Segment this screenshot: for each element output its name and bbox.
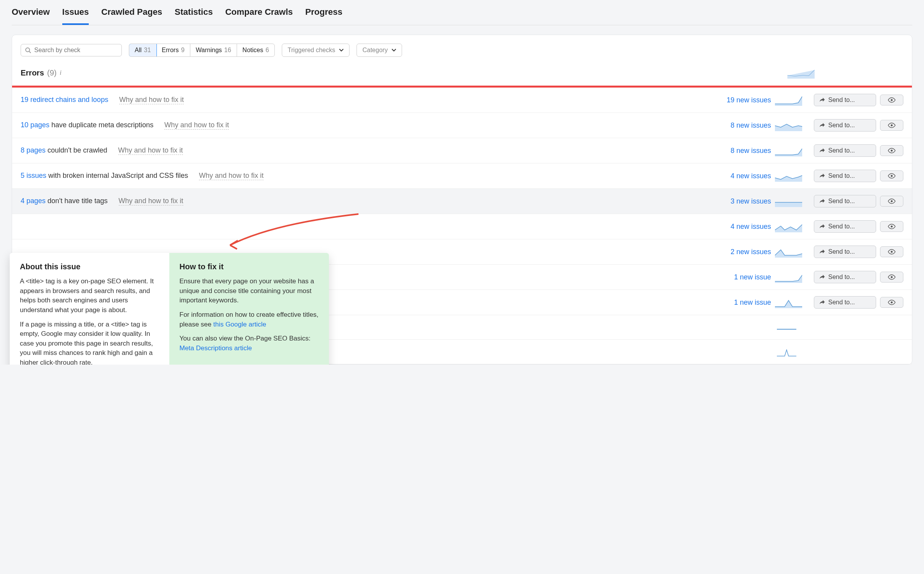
tab-issues[interactable]: Issues <box>62 7 89 25</box>
chevron-down-icon <box>339 49 344 52</box>
fix-link[interactable]: Why and how to fix it <box>164 121 229 130</box>
info-icon[interactable]: i <box>60 69 61 76</box>
tab-overview[interactable]: Overview <box>12 7 50 25</box>
tab-bar: Overview Issues Crawled Pages Statistics… <box>12 0 912 25</box>
svg-point-2 <box>891 99 893 101</box>
share-icon <box>819 224 825 229</box>
sparkline <box>775 145 802 156</box>
send-to-button[interactable]: Send to... <box>814 220 876 233</box>
share-icon <box>819 274 825 280</box>
view-button[interactable] <box>880 246 903 257</box>
svg-line-1 <box>29 51 31 53</box>
svg-point-6 <box>891 200 893 202</box>
eye-icon <box>888 148 896 153</box>
eye-icon <box>888 249 896 255</box>
table-row: 4 pages don't have title tags Why and ho… <box>12 189 912 214</box>
fix-p2: For information on how to create effecti… <box>179 310 319 329</box>
category-dropdown[interactable]: Category <box>357 44 402 57</box>
share-icon <box>819 148 825 153</box>
tab-compare-crawls[interactable]: Compare Crawls <box>225 7 293 25</box>
tab-progress[interactable]: Progress <box>305 7 342 25</box>
issue-text[interactable]: 19 redirect chains and loops <box>21 96 108 104</box>
new-issues-link[interactable]: 19 new issues <box>701 96 771 104</box>
eye-icon <box>888 97 896 103</box>
new-issues-link[interactable]: 4 new issues <box>701 172 771 180</box>
new-issues-link[interactable]: 1 new issue <box>701 298 771 307</box>
table-row: 8 pages couldn't be crawled Why and how … <box>12 138 912 163</box>
fix-link[interactable]: Why and how to fix it <box>199 172 263 180</box>
share-icon <box>819 249 825 255</box>
fix-p3: You can also view the On-Page SEO Basics… <box>179 334 319 353</box>
search-input[interactable] <box>34 47 118 54</box>
seg-notices[interactable]: Notices6 <box>237 44 274 56</box>
sparkline <box>775 221 802 232</box>
new-issues-link[interactable]: 3 new issues <box>701 197 771 205</box>
view-button[interactable] <box>880 120 903 131</box>
triggered-checks-dropdown[interactable]: Triggered checks <box>282 44 350 57</box>
fix-title: How to fix it <box>179 262 319 271</box>
seg-warnings[interactable]: Warnings16 <box>190 44 237 56</box>
issue-text[interactable]: 8 pages couldn't be crawled <box>21 146 107 154</box>
fix-link[interactable]: Why and how to fix it <box>119 197 183 205</box>
section-count: (9) <box>47 68 56 77</box>
filter-segments: All31 Errors9 Warnings16 Notices6 <box>129 44 275 57</box>
issue-text[interactable]: 4 pages don't have title tags <box>21 197 108 205</box>
send-to-button[interactable]: Send to... <box>814 246 876 258</box>
eye-icon <box>888 123 896 128</box>
eye-icon <box>888 198 896 204</box>
sparkline <box>775 297 802 308</box>
issues-panel: All31 Errors9 Warnings16 Notices6 Trigge… <box>12 35 912 365</box>
seg-all[interactable]: All31 <box>129 44 157 57</box>
send-to-button[interactable]: Send to... <box>814 271 876 283</box>
section-title-text: Errors <box>21 68 44 77</box>
send-to-button[interactable]: Send to... <box>814 195 876 207</box>
new-issues-link[interactable]: 2 new issues <box>701 248 771 256</box>
send-to-button[interactable]: Send to... <box>814 296 876 309</box>
send-to-button[interactable]: Send to... <box>814 144 876 157</box>
fix-link[interactable]: Why and how to fix it <box>119 96 184 104</box>
svg-point-5 <box>891 175 893 177</box>
svg-point-9 <box>891 276 893 278</box>
sparkline <box>775 119 802 131</box>
sparkline <box>775 321 802 333</box>
view-button[interactable] <box>880 272 903 283</box>
send-to-button[interactable]: Send to... <box>814 170 876 182</box>
view-button[interactable] <box>880 170 903 181</box>
search-input-wrap[interactable] <box>21 44 122 56</box>
share-icon <box>819 300 825 305</box>
eye-icon <box>888 224 896 229</box>
seg-errors[interactable]: Errors9 <box>156 44 190 56</box>
table-row: 5 issues with broken internal JavaScript… <box>12 163 912 189</box>
issue-text[interactable]: 10 pages have duplicate meta description… <box>21 121 153 129</box>
view-button[interactable] <box>880 196 903 207</box>
sparkline <box>775 346 802 358</box>
new-issues-link[interactable]: 1 new issue <box>701 273 771 281</box>
share-icon <box>819 198 825 204</box>
issue-tooltip: About this issue A <title> tag is a key … <box>10 253 329 365</box>
new-issues-link[interactable]: 4 new issues <box>701 223 771 231</box>
sparkline <box>775 94 802 106</box>
meta-desc-link[interactable]: Meta Descriptions article <box>179 344 252 352</box>
share-icon <box>819 123 825 128</box>
tab-statistics[interactable]: Statistics <box>175 7 213 25</box>
sparkline <box>775 271 802 283</box>
new-issues-link[interactable]: 8 new issues <box>701 121 771 130</box>
issue-text[interactable]: 5 issues with broken internal JavaScript… <box>21 172 188 180</box>
view-button[interactable] <box>880 221 903 232</box>
view-button[interactable] <box>880 297 903 308</box>
sparkline <box>775 170 802 182</box>
table-row: 10 pages have duplicate meta description… <box>12 113 912 138</box>
eye-icon <box>888 173 896 179</box>
send-to-button[interactable]: Send to... <box>814 119 876 132</box>
new-issues-link[interactable]: 8 new issues <box>701 147 771 155</box>
view-button[interactable] <box>880 95 903 105</box>
fix-link[interactable]: Why and how to fix it <box>118 146 183 155</box>
table-row: 4 new issues Send to... <box>12 214 912 239</box>
send-to-button[interactable]: Send to... <box>814 94 876 106</box>
google-article-link[interactable]: this Google article <box>213 321 266 328</box>
eye-icon <box>888 274 896 280</box>
svg-point-4 <box>891 150 893 152</box>
fix-p1: Ensure that every page on your website h… <box>179 277 319 305</box>
tab-crawled-pages[interactable]: Crawled Pages <box>101 7 162 25</box>
view-button[interactable] <box>880 145 903 156</box>
